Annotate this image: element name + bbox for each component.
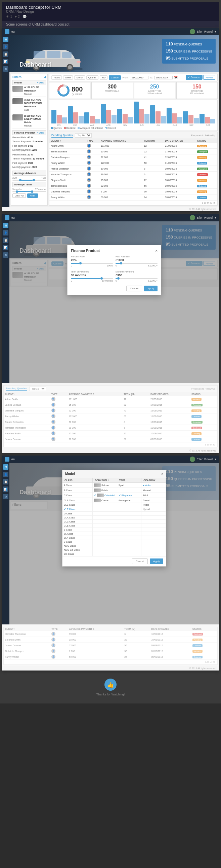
modal-close-button[interactable]: × (155, 249, 157, 253)
modal-apply-button[interactable]: Apply (144, 286, 157, 291)
toggle-business[interactable]: ✓ Business (186, 75, 202, 80)
table-row[interactable]: James Donawa 👤 22 000 56 09/09/2015 Orde… (4, 643, 217, 648)
class-glc[interactable]: GLC Class (63, 520, 93, 524)
gearbox-fas[interactable]: F/AS (141, 493, 166, 498)
expand-icon[interactable]: ⤢ (215, 37, 218, 40)
class-cis[interactable]: CIs Class (63, 552, 93, 556)
gearbox-petrol[interactable]: Petrol (141, 503, 166, 507)
from-date-input[interactable] (130, 76, 148, 80)
col-type[interactable]: TYPE (86, 139, 100, 143)
body-cabriolet[interactable]: ✓Cabriolet (93, 493, 117, 498)
sidebar-item-reports[interactable]: 📊 (3, 59, 8, 64)
clear-all-button[interactable]: Clear All (12, 193, 26, 198)
body-coupe[interactable]: Coupe (93, 498, 117, 503)
tab-pending-queries[interactable]: Pending Queries (51, 133, 73, 137)
class-gla[interactable]: GLA Class (63, 516, 93, 520)
class-gle[interactable]: GLE Class (63, 524, 93, 528)
toggle-private[interactable]: Private (203, 75, 215, 80)
pagination-next[interactable]: ▶ (214, 202, 215, 204)
class-b[interactable]: B Class (63, 488, 93, 493)
table-row[interactable]: Fanny Whiter 👤 50 000 24 08/09/2015 Orde… (4, 654, 217, 660)
trim-sport[interactable]: Sport (117, 483, 142, 488)
table-row[interactable]: Haradier Thompson 👤 99 000 6 10/09/2015 … (4, 425, 217, 431)
class-e[interactable]: ✓E Class (63, 507, 93, 512)
gearbox-diesel[interactable]: Diesel (141, 498, 166, 503)
table-row[interactable]: Gabriela Marques 👤 22 000 41 12/09/2015 … (49, 154, 217, 160)
tab-month[interactable]: Month (74, 75, 85, 80)
calendar-icon[interactable]: 📅 (174, 76, 178, 79)
class-sl[interactable]: SL Class (63, 532, 93, 536)
table-row[interactable]: Haradier Thompson 👤 99 000 6 10/09/2015 … (49, 172, 217, 177)
gearbox-auto[interactable]: ●Auto (141, 483, 166, 488)
class-g[interactable]: G Class (63, 512, 93, 516)
model-modal-close[interactable]: × (161, 472, 163, 476)
table-row[interactable]: James Donawa 👤 22 000 56 09/09/2015 Orde… (49, 183, 217, 189)
sidebar-2-tasks[interactable]: 📋 (3, 238, 8, 243)
table-row[interactable]: Haradier Thompson 👤 99 000 6 10/09/2015 … (4, 631, 217, 637)
model-add-btn[interactable]: + Add (37, 81, 44, 84)
body-saloon[interactable]: Saloon (93, 483, 117, 488)
table-row[interactable]: James Donawa 👤 15 000 22 17/09/2015 Acce… (49, 149, 217, 154)
table-row[interactable]: Fanny Whiter 👤 50 000 24 08/09/2015 Orde… (49, 194, 217, 200)
class-cls[interactable]: CLS Class (63, 503, 93, 507)
class-c[interactable]: C Class (63, 493, 93, 498)
sidebar-3-contacts[interactable]: 👤 (3, 472, 8, 477)
filter-collapse-icon[interactable]: ◀ (44, 75, 46, 79)
gearbox-manual[interactable]: Manual (141, 488, 166, 493)
class-v[interactable]: V Class (63, 540, 93, 544)
sidebar-item-dashboard[interactable]: ⊞ (3, 37, 8, 42)
sidebar-item-settings[interactable]: ⚙ (3, 66, 8, 72)
table-row[interactable]: Adam Smith 👤 111 000 12 21/09/2015 Pendi… (49, 143, 217, 149)
class-s[interactable]: S Class (63, 528, 93, 532)
table-row[interactable]: Stephen Smith 👤 15 000 22 10/09/2015 Pen… (49, 177, 217, 183)
col-term[interactable]: TERM (M) (143, 139, 164, 143)
table-row[interactable]: Adam Smith 👤 111 000 12 21/09/2015 Pendi… (4, 396, 217, 402)
table-row[interactable]: James Donawa 👤 15 000 22 17/09/2015 Acce… (4, 402, 217, 408)
gearbox-hybrid[interactable]: Hybrid (141, 507, 166, 512)
tab-today[interactable]: Today (51, 75, 62, 80)
sidebar-item-tasks[interactable]: 📋 (3, 52, 8, 57)
table-row[interactable]: Gabriela Marques 👤 22 000 41 12/09/2015 … (4, 408, 217, 413)
advance-slider[interactable]: 20% 40% (12, 177, 46, 181)
filter-button[interactable]: Filter (27, 193, 38, 198)
sidebar-3-dashboard[interactable]: ⊞ (3, 464, 8, 470)
term-slider[interactable]: 5 months 37 months (12, 188, 46, 192)
sidebar-3-settings[interactable]: ⚙ (3, 494, 8, 499)
to-date-input[interactable] (154, 76, 173, 80)
trim-avantgarde[interactable]: Avantgarde (117, 498, 142, 503)
top-select[interactable]: Top 10 Top 20 (75, 133, 92, 137)
dropdown-icon-3[interactable]: ▾ (215, 458, 216, 461)
sidebar-3-tasks[interactable]: 📋 (3, 479, 8, 485)
monthly-payment-slider[interactable]: 0£10000+ (115, 278, 157, 282)
model-apply-button[interactable]: Apply (150, 558, 163, 564)
table-row[interactable]: Fanny Whiter 👤 122 000 50 11/09/2015 Ord… (4, 413, 217, 419)
col-date[interactable]: DATE CREATED (163, 139, 196, 143)
term-payment-slider[interactable]: 050 months (71, 278, 113, 282)
sidebar-2-settings[interactable]: ⚙ (3, 252, 8, 258)
table-row[interactable]: James Donawa 👤 22 000 56 09/09/2015 Orde… (4, 436, 217, 442)
col-status[interactable]: STATUS (196, 139, 217, 143)
tab-week[interactable]: Week (63, 75, 73, 80)
model-cancel-button[interactable]: Cancel (132, 558, 148, 564)
table-row[interactable]: Gabrielle Marques 👤 2 000 30 09/09/2015 … (4, 648, 217, 654)
sidebar-3-reports[interactable]: 📊 (3, 487, 8, 492)
class-amg-gt[interactable]: AMG GT Class (63, 548, 93, 552)
table-row[interactable]: Stephen Smith 👤 15 000 22 10/09/2015 Pen… (4, 431, 217, 436)
finance-add-btn[interactable]: + Add (37, 131, 44, 134)
dropdown-icon[interactable]: ▾ (215, 30, 216, 33)
class-slk[interactable]: SLK Class (63, 536, 93, 540)
trim-elegance[interactable]: ✓Elegance (117, 493, 142, 498)
tab-custom[interactable]: Custom (109, 75, 121, 80)
sidebar-item-contacts[interactable]: 👤 (3, 44, 8, 50)
table-row[interactable]: Gabrielle Marques 👤 2 000 30 09/09/2015 … (49, 189, 217, 194)
table-row[interactable]: France Sebastian 👤 50 000 8 10/09/2015 A… (49, 166, 217, 172)
dropdown-icon-2[interactable]: ▾ (215, 216, 216, 219)
sidebar-2-dashboard[interactable]: ⊞ (3, 223, 8, 228)
tab-quarter[interactable]: Quarter (86, 75, 99, 80)
sidebar-2-reports[interactable]: 📊 (3, 245, 8, 250)
table-row[interactable]: France Sebastian 👤 50 000 8 10/09/2015 A… (4, 419, 217, 425)
sidebar-2-contacts[interactable]: 👤 (3, 230, 8, 236)
percent-rate-slider[interactable]: 0100% (71, 263, 113, 267)
table-row[interactable]: Fanny Whiter 👤 122 000 50 11/09/2015 Ord… (49, 160, 217, 166)
class-amg[interactable]: AMG Class (63, 544, 93, 548)
